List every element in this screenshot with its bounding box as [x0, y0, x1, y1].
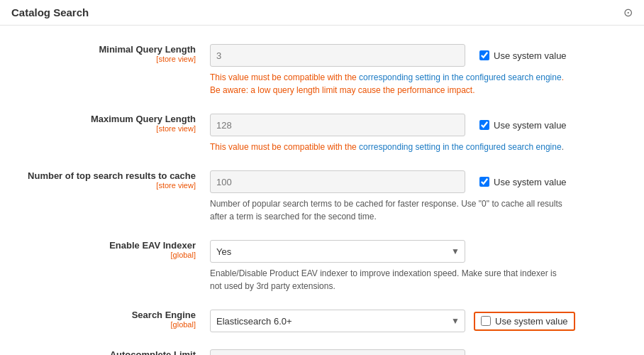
search-engine-label: Search Engine	[11, 310, 196, 320]
top-search-results-field-col: Use system value Number of popular searc…	[210, 170, 633, 223]
page-header: Catalog Search ⊙	[0, 0, 644, 26]
minimal-query-length-help-orange: This value must be compatible with the	[210, 72, 359, 82]
autocomplete-limit-row: Autocomplete Limit [store view] Use syst…	[0, 342, 644, 355]
enable-eav-indexer-row: Enable EAV Indexer [global] Yes No ▼ Ena…	[0, 233, 644, 300]
autocomplete-limit-label: Autocomplete Limit	[11, 349, 196, 355]
top-search-results-control-row: Use system value	[210, 170, 633, 193]
enable-eav-indexer-scope: [global]	[11, 251, 196, 259]
minimal-query-length-field-col: Use system value This value must be comp…	[210, 44, 633, 97]
page-title: Catalog Search	[11, 6, 89, 18]
top-search-results-use-system-value: Use system value	[474, 174, 572, 190]
top-search-results-use-system-label: Use system value	[494, 177, 567, 187]
search-engine-use-system-value: Use system value	[474, 312, 575, 331]
top-search-results-label: Number of top search results to cache	[11, 170, 196, 181]
autocomplete-limit-field-col: Use system value	[210, 349, 633, 355]
maximum-query-length-control-row: Use system value	[210, 114, 633, 136]
autocomplete-limit-label-col: Autocomplete Limit [store view]	[11, 349, 210, 355]
maximum-query-length-row: Maximum Query Length [store view] Use sy…	[0, 106, 644, 160]
maximum-query-length-help-text2: .	[562, 142, 564, 152]
maximum-query-length-label: Maximum Query Length	[11, 114, 196, 124]
enable-eav-indexer-help: Enable/Disable Product EAV indexer to im…	[210, 267, 565, 293]
search-engine-field-col: Elasticsearch 6.0+ Elasticsearch 7.0+ Op…	[210, 310, 633, 332]
enable-eav-indexer-select[interactable]: Yes No	[210, 240, 465, 263]
search-engine-row: Search Engine [global] Elasticsearch 6.0…	[0, 302, 644, 339]
autocomplete-limit-use-system-value: Use system value	[474, 353, 572, 356]
collapse-icon[interactable]: ⊙	[623, 6, 633, 19]
minimal-query-length-help-blue: corresponding setting in the configured …	[359, 72, 562, 82]
search-engine-scope: [global]	[11, 320, 196, 329]
minimal-query-length-label: Minimal Query Length	[11, 44, 196, 55]
minimal-query-length-help: This value must be compatible with the c…	[210, 71, 565, 97]
top-search-results-scope: [store view]	[11, 181, 196, 190]
search-engine-use-system-label: Use system value	[495, 316, 568, 327]
search-engine-select[interactable]: Elasticsearch 6.0+ Elasticsearch 7.0+ Op…	[210, 310, 465, 332]
minimal-query-length-checkbox[interactable]	[479, 50, 489, 60]
maximum-query-length-help: This value must be compatible with the c…	[210, 141, 565, 153]
top-search-results-checkbox[interactable]	[479, 177, 489, 187]
enable-eav-indexer-select-wrapper: Yes No ▼	[210, 240, 465, 263]
search-engine-label-col: Search Engine [global]	[11, 310, 210, 329]
maximum-query-length-field-col: Use system value This value must be comp…	[210, 114, 633, 153]
top-search-results-help: Number of popular search terms to be cac…	[210, 197, 565, 223]
minimal-query-length-use-system-value: Use system value	[474, 48, 572, 64]
maximum-query-length-use-system-label: Use system value	[494, 120, 567, 131]
minimal-query-length-scope: [store view]	[11, 55, 196, 63]
autocomplete-limit-control-row: Use system value	[210, 349, 633, 355]
maximum-query-length-help-link: corresponding setting in the configured …	[359, 142, 562, 152]
maximum-query-length-use-system-value: Use system value	[474, 117, 572, 133]
minimal-query-length-control-row: Use system value	[210, 44, 633, 67]
enable-eav-indexer-field-col: Yes No ▼ Enable/Disable Product EAV inde…	[210, 240, 633, 293]
enable-eav-indexer-control-row: Yes No ▼	[210, 240, 633, 263]
autocomplete-limit-input[interactable]	[210, 349, 465, 355]
maximum-query-length-checkbox[interactable]	[479, 120, 489, 130]
search-engine-select-wrapper: Elasticsearch 6.0+ Elasticsearch 7.0+ Op…	[210, 310, 465, 332]
minimal-query-length-input[interactable]	[210, 44, 465, 67]
enable-eav-indexer-label-col: Enable EAV Indexer [global]	[11, 240, 210, 259]
maximum-query-length-label-col: Maximum Query Length [store view]	[11, 114, 210, 133]
top-search-results-label-col: Number of top search results to cache [s…	[11, 170, 210, 190]
maximum-query-length-input[interactable]	[210, 114, 465, 136]
maximum-query-length-scope: [store view]	[11, 124, 196, 133]
minimal-query-length-row: Minimal Query Length [store view] Use sy…	[0, 37, 644, 104]
top-search-results-input[interactable]	[210, 170, 465, 193]
search-engine-control-row: Elasticsearch 6.0+ Elasticsearch 7.0+ Op…	[210, 310, 633, 332]
minimal-query-length-use-system-label: Use system value	[494, 50, 567, 61]
top-search-results-row: Number of top search results to cache [s…	[0, 163, 644, 230]
minimal-query-length-label-col: Minimal Query Length [store view]	[11, 44, 210, 63]
catalog-search-form: Minimal Query Length [store view] Use sy…	[0, 26, 644, 355]
enable-eav-indexer-label: Enable EAV Indexer	[11, 240, 196, 251]
search-engine-checkbox[interactable]	[481, 316, 491, 326]
maximum-query-length-help-text1: This value must be compatible with the	[210, 142, 359, 152]
